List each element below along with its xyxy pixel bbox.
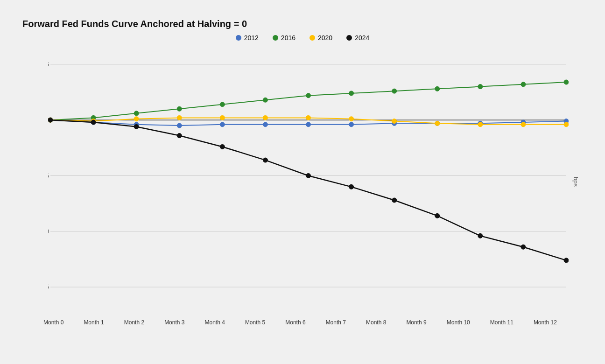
svg-point-56 [349, 184, 354, 189]
svg-point-27 [220, 102, 225, 107]
svg-point-14 [220, 122, 225, 127]
svg-text:-75: -75 [48, 283, 49, 290]
x-label-month-8: Month 8 [366, 319, 386, 326]
svg-point-54 [263, 158, 267, 162]
svg-point-17 [349, 122, 354, 127]
y-axis-label-container: bps [569, 46, 583, 317]
svg-point-44 [392, 119, 397, 124]
x-label-month-4: Month 4 [205, 319, 225, 326]
legend-label-2020: 2020 [318, 34, 332, 42]
svg-point-50 [91, 120, 96, 125]
svg-point-33 [478, 84, 483, 89]
svg-point-35 [564, 80, 569, 84]
chart-plot: 250-25-50-75 [48, 46, 569, 317]
legend-dot-2024 [346, 35, 352, 41]
y-axis-label: bps [572, 177, 579, 187]
svg-point-39 [177, 115, 182, 120]
svg-point-28 [263, 98, 267, 102]
svg-point-31 [392, 89, 397, 93]
svg-text:-25: -25 [48, 172, 49, 179]
y-axis [22, 46, 48, 317]
svg-point-38 [134, 117, 139, 121]
svg-point-60 [521, 245, 526, 249]
x-label-month-9: Month 9 [406, 319, 426, 326]
x-label-month-12: Month 12 [534, 319, 557, 326]
svg-point-58 [435, 213, 440, 218]
legend-dot-2020 [310, 35, 315, 41]
x-label-month-1: Month 1 [84, 319, 104, 326]
svg-point-57 [392, 198, 397, 203]
legend-label-2012: 2012 [244, 34, 259, 42]
x-label-month-0: Month 0 [43, 319, 63, 326]
x-label-month-2: Month 2 [124, 319, 144, 326]
x-label-month-3: Month 3 [164, 319, 184, 326]
x-label-month-6: Month 6 [285, 319, 305, 326]
legend-label-2024: 2024 [355, 34, 369, 42]
svg-point-30 [349, 91, 354, 96]
svg-point-41 [263, 115, 267, 120]
svg-point-59 [478, 233, 483, 238]
svg-point-25 [134, 111, 139, 116]
svg-point-47 [521, 122, 526, 127]
svg-point-29 [306, 93, 311, 98]
svg-point-51 [134, 125, 139, 129]
legend-label-2016: 2016 [281, 34, 295, 42]
svg-point-43 [349, 117, 354, 121]
svg-point-45 [435, 121, 440, 126]
legend-item-2016: 2016 [273, 34, 295, 42]
svg-point-55 [306, 174, 311, 178]
legend-item-2020: 2020 [310, 34, 332, 42]
chart-title: Forward Fed Funds Curve Anchored at Halv… [22, 19, 583, 29]
svg-point-13 [177, 123, 182, 128]
svg-point-42 [306, 115, 311, 120]
legend-dot-2012 [236, 35, 241, 41]
legend-dot-2016 [273, 35, 278, 41]
svg-text:25: 25 [48, 61, 49, 68]
svg-point-48 [564, 122, 569, 127]
x-label-month-7: Month 7 [326, 319, 346, 326]
chart-svg: 250-25-50-75 [48, 46, 569, 317]
svg-point-32 [435, 86, 440, 91]
svg-point-26 [177, 106, 182, 111]
svg-point-34 [521, 82, 526, 87]
legend-item-2024: 2024 [346, 34, 369, 42]
x-label-month-10: Month 10 [447, 319, 470, 326]
svg-point-49 [48, 118, 53, 122]
svg-point-15 [263, 122, 267, 127]
legend-item-2012: 2012 [236, 34, 259, 42]
chart-container: Forward Fed Funds Curve Anchored at Halv… [13, 9, 592, 355]
svg-text:-50: -50 [48, 228, 49, 235]
svg-point-40 [220, 115, 225, 120]
svg-point-61 [564, 258, 569, 263]
svg-point-46 [478, 122, 483, 127]
legend: 2012201620202024 [22, 34, 583, 42]
svg-point-52 [177, 133, 182, 138]
x-label-month-11: Month 11 [490, 319, 514, 326]
svg-point-53 [220, 144, 225, 149]
svg-point-16 [306, 122, 311, 127]
x-label-month-5: Month 5 [245, 319, 265, 326]
x-axis-labels: Month 0Month 1Month 2Month 3Month 4Month… [22, 317, 583, 326]
